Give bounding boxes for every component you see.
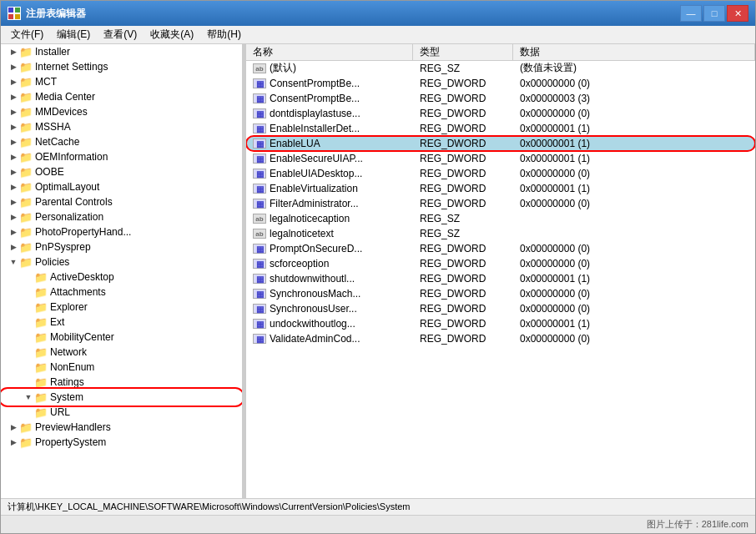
table-row[interactable]: ▦ConsentPromptBe...REG_DWORD0x00000003 (… xyxy=(246,91,755,106)
tree-item[interactable]: ▶📁Internet Settings xyxy=(1,59,242,74)
tree-item[interactable]: ▶📁Installer xyxy=(1,44,242,59)
tree-expander[interactable] xyxy=(23,346,34,358)
minimize-button[interactable]: — xyxy=(680,5,702,22)
tree-expander[interactable] xyxy=(23,316,34,328)
tree-expander[interactable]: ▼ xyxy=(8,256,19,268)
table-row[interactable]: ▦SynchronousMach...REG_DWORD0x00000000 (… xyxy=(246,286,755,301)
tree-expander[interactable]: ▶ xyxy=(8,226,19,238)
tree-item[interactable]: ▼📁Policies xyxy=(1,254,242,270)
tree-expander[interactable]: ▼ xyxy=(23,391,34,403)
table-row[interactable]: ▦dontdisplaylastuse...REG_DWORD0x0000000… xyxy=(246,106,755,121)
tree-item[interactable]: ▶📁PreviewHandlers xyxy=(1,420,242,435)
tree-expander[interactable]: ▶ xyxy=(8,61,19,73)
reg-icon: ▦ xyxy=(253,78,266,88)
tree-item[interactable]: ▶📁PropertySystem xyxy=(1,435,242,450)
tree-expander[interactable] xyxy=(23,406,34,418)
col-header-data[interactable]: 数据 xyxy=(513,44,755,60)
tree-item[interactable]: ▶📁MSSHA xyxy=(1,119,242,134)
cell-data: 0x00000000 (0) xyxy=(513,168,755,179)
tree-expander[interactable]: ▶ xyxy=(8,421,19,433)
tree-expander[interactable] xyxy=(23,376,34,388)
tree-expander[interactable]: ▶ xyxy=(8,91,19,103)
table-row[interactable]: ablegalnoticetextREG_SZ xyxy=(246,226,755,241)
tree-item[interactable]: ▶📁PhotoPropertyHand... xyxy=(1,224,242,239)
reg-icon: ▦ xyxy=(253,259,266,269)
maximize-button[interactable]: □ xyxy=(703,5,725,22)
table-row[interactable]: ▦EnableInstallerDet...REG_DWORD0x0000000… xyxy=(246,121,755,136)
folder-icon: 📁 xyxy=(34,376,48,388)
tree-expander[interactable]: ▶ xyxy=(8,151,19,163)
table-row[interactable]: ablegalnoticecaptionREG_SZ xyxy=(246,211,755,226)
col-header-type[interactable]: 类型 xyxy=(413,44,513,60)
tree-item[interactable]: ▶📁MMDevices xyxy=(1,104,242,119)
folder-icon: 📁 xyxy=(19,166,33,178)
menu-help[interactable]: 帮助(H) xyxy=(200,26,248,43)
tree-item[interactable]: ▶📁Personalization xyxy=(1,209,242,224)
tree-expander[interactable]: ▶ xyxy=(8,181,19,193)
tree-item[interactable]: 📁Ratings xyxy=(1,375,242,390)
tree-item[interactable]: ▶📁PnPSysprep xyxy=(1,239,242,254)
tree-expander[interactable]: ▶ xyxy=(8,436,19,448)
tree-item[interactable]: 📁URL xyxy=(1,405,242,420)
tree-item-label: MMDevices xyxy=(35,106,88,118)
folder-icon: 📁 xyxy=(34,271,48,283)
tree-item[interactable]: 📁MobilityCenter xyxy=(1,330,242,345)
table-row[interactable]: ab(默认)REG_SZ(数值未设置) xyxy=(246,61,755,76)
table-row[interactable]: ▦PromptOnSecureD...REG_DWORD0x00000000 (… xyxy=(246,241,755,256)
bottom-credit: 图片上传于：281life.com xyxy=(647,518,748,531)
table-row[interactable]: ▦EnableLUAREG_DWORD0x00000001 (1) xyxy=(246,136,755,151)
tree-item[interactable]: 📁Ext xyxy=(1,315,242,330)
table-row[interactable]: ▦EnableSecureUIAP...REG_DWORD0x00000001 … xyxy=(246,151,755,166)
table-row[interactable]: ▦shutdownwithoutl...REG_DWORD0x00000001 … xyxy=(246,271,755,286)
table-row[interactable]: ▦ConsentPromptBe...REG_DWORD0x00000000 (… xyxy=(246,76,755,91)
tree-item[interactable]: ▶📁Parental Controls xyxy=(1,194,242,209)
tree-item-label: PropertySystem xyxy=(35,436,106,448)
tree-expander[interactable]: ▶ xyxy=(8,136,19,148)
cell-data: 0x00000001 (1) xyxy=(513,123,755,134)
cell-data: 0x00000000 (0) xyxy=(513,243,755,254)
menu-edit[interactable]: 编辑(E) xyxy=(50,26,97,43)
tree-expander[interactable]: ▶ xyxy=(8,196,19,208)
tree-expander[interactable]: ▶ xyxy=(8,121,19,133)
table-row[interactable]: ▦EnableUIADesktop...REG_DWORD0x00000000 … xyxy=(246,166,755,181)
cell-type: REG_SZ xyxy=(413,213,513,224)
tree-expander[interactable] xyxy=(23,271,34,283)
tree-expander[interactable]: ▶ xyxy=(8,166,19,178)
tree-item[interactable]: ▶📁OptimalLayout xyxy=(1,179,242,194)
tree-expander[interactable] xyxy=(23,301,34,313)
tree-expander[interactable] xyxy=(23,331,34,343)
table-row[interactable]: ▦SynchronousUser...REG_DWORD0x00000000 (… xyxy=(246,301,755,316)
menu-file[interactable]: 文件(F) xyxy=(4,26,50,43)
tree-item[interactable]: ▶📁MCT xyxy=(1,74,242,89)
tree-item[interactable]: ▼📁System xyxy=(1,390,242,405)
table-row[interactable]: ▦EnableVirtualizationREG_DWORD0x00000001… xyxy=(246,181,755,196)
tree-expander[interactable]: ▶ xyxy=(8,211,19,223)
col-header-name[interactable]: 名称 xyxy=(246,44,413,60)
tree-item[interactable]: 📁Attachments xyxy=(1,285,242,300)
table-row[interactable]: ▦FilterAdministrator...REG_DWORD0x000000… xyxy=(246,196,755,211)
tree-item[interactable]: 📁Explorer xyxy=(1,300,242,315)
tree-item-label: NetCache xyxy=(35,136,79,148)
tree-expander[interactable]: ▶ xyxy=(8,106,19,118)
tree-item[interactable]: 📁NonEnum xyxy=(1,360,242,375)
close-button[interactable]: ✕ xyxy=(727,5,748,22)
tree-item[interactable]: ▶📁NetCache xyxy=(1,134,242,149)
tree-item[interactable]: ▶📁OEMInformation xyxy=(1,149,242,164)
tree-item[interactable]: 📁Network xyxy=(1,345,242,360)
tree-expander[interactable]: ▶ xyxy=(8,241,19,253)
tree-expander[interactable]: ▶ xyxy=(8,76,19,88)
table-row[interactable]: ▦undockwithoutlog...REG_DWORD0x00000001 … xyxy=(246,316,755,331)
table-row[interactable]: ▦ValidateAdminCod...REG_DWORD0x00000000 … xyxy=(246,331,755,346)
tree-expander[interactable] xyxy=(23,286,34,298)
tree-item[interactable]: ▶📁Media Center xyxy=(1,89,242,104)
folder-icon: 📁 xyxy=(19,91,33,103)
menu-favorites[interactable]: 收藏夹(A) xyxy=(144,26,200,43)
tree-expander[interactable] xyxy=(23,361,34,373)
cell-type: REG_DWORD xyxy=(413,138,513,149)
cell-name-text: undockwithoutlog... xyxy=(270,318,355,330)
menu-view[interactable]: 查看(V) xyxy=(97,26,144,43)
tree-item[interactable]: ▶📁OOBE xyxy=(1,164,242,179)
tree-expander[interactable]: ▶ xyxy=(8,46,19,58)
table-row[interactable]: ▦scforceoptionREG_DWORD0x00000000 (0) xyxy=(246,256,755,271)
tree-item[interactable]: 📁ActiveDesktop xyxy=(1,270,242,285)
